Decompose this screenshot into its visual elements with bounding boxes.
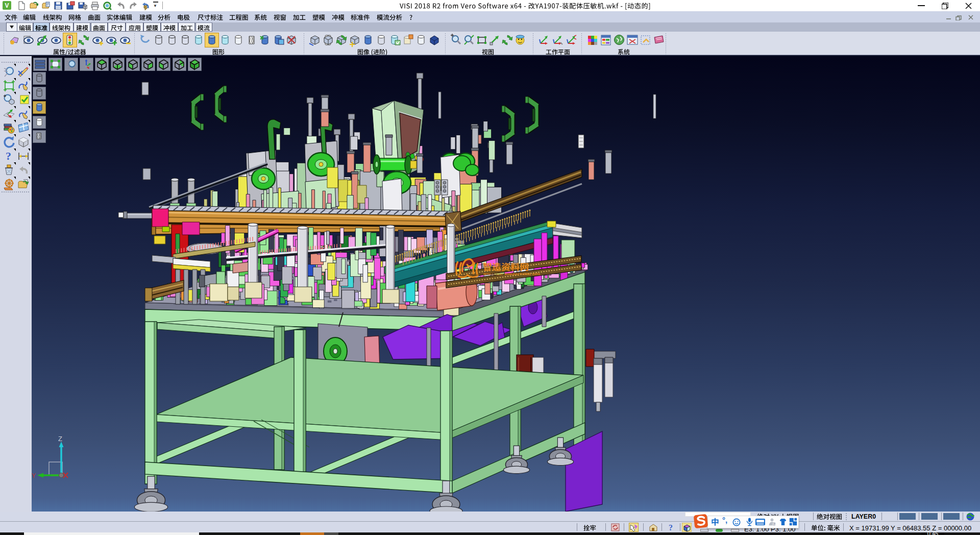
svg-text:?: ? — [669, 523, 673, 532]
svg-text:INTELLIGENT MANUFACTURING DATA: INTELLIGENT MANUFACTURING DATA — [483, 273, 540, 276]
svg-text:?: ? — [6, 150, 11, 162]
svg-text:7: 7 — [773, 522, 775, 526]
svg-text:V: V — [5, 2, 9, 9]
svg-text:Z: Z — [58, 435, 62, 443]
svg-text:Y: Y — [32, 472, 36, 479]
